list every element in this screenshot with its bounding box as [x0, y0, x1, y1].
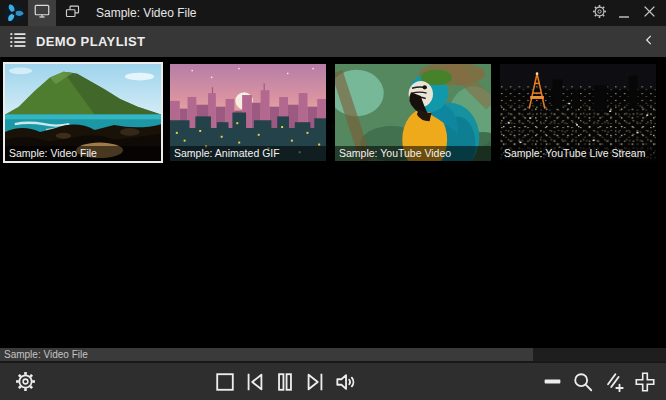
next-icon: [304, 371, 326, 393]
playlist-item-video-file[interactable]: Sample: Video File: [3, 62, 163, 163]
stop-button[interactable]: [214, 371, 236, 393]
add-button[interactable]: [634, 371, 656, 393]
zoom-out-button[interactable]: [542, 371, 563, 392]
video-display-area: [0, 163, 666, 348]
window-title: Sample: Video File: [96, 6, 197, 20]
minimize-button[interactable]: [615, 2, 633, 24]
playlist-item-youtube-live-stream[interactable]: Sample: YouTube Live Stream: [498, 62, 658, 163]
thumbnail-strip: Sample: Video File: [0, 57, 666, 163]
tab-display[interactable]: [28, 0, 56, 26]
titlebar: Sample: Video File: [0, 0, 666, 26]
zoom-controls: [542, 371, 656, 393]
duplicate-windows-icon: [64, 3, 81, 24]
previous-icon: [244, 371, 266, 393]
previous-button[interactable]: [244, 371, 266, 393]
volume-button[interactable]: [334, 371, 359, 393]
settings-button[interactable]: [15, 371, 36, 392]
magnifier-icon: [572, 371, 594, 393]
seek-bar[interactable]: Sample: Video File: [0, 348, 666, 361]
collapse-playlist-button[interactable]: [642, 32, 656, 52]
playlist-header: DEMO PLAYLIST: [0, 26, 666, 57]
close-icon: [643, 4, 656, 22]
plus-icon: [634, 371, 656, 393]
pause-button[interactable]: [274, 371, 296, 393]
next-button[interactable]: [304, 371, 326, 393]
playlist-title: DEMO PLAYLIST: [36, 34, 145, 49]
app-window: Sample: Video File: [0, 0, 666, 400]
pause-icon: [274, 371, 296, 393]
zoom-search-button[interactable]: [572, 371, 594, 393]
thumbnail-caption: Sample: Video File: [5, 146, 161, 161]
now-playing-label: Sample: Video File: [4, 348, 88, 361]
wand-plus-icon: [603, 371, 625, 393]
bottom-toolbar: [0, 361, 666, 400]
titlebar-settings-button[interactable]: [590, 2, 608, 24]
thumbnail-caption: Sample: Animated GIF: [170, 146, 326, 161]
stop-icon: [214, 371, 236, 393]
volume-icon: [334, 371, 359, 393]
gear-icon: [592, 4, 607, 23]
thumbnail-caption: Sample: YouTube Live Stream: [500, 146, 656, 161]
playlist-item-youtube-video[interactable]: Sample: YouTube Video: [333, 62, 493, 163]
playlist-item-animated-gif[interactable]: Sample: Animated GIF: [168, 62, 328, 163]
playlist-list-icon[interactable]: [8, 30, 27, 53]
monitor-icon: [33, 2, 51, 24]
tab-duplicate-display[interactable]: [58, 0, 86, 26]
close-button[interactable]: [640, 2, 658, 24]
minus-icon: [542, 371, 563, 392]
playback-controls: [214, 363, 359, 400]
thumbnail-caption: Sample: YouTube Video: [335, 146, 491, 161]
chevron-left-icon: [642, 32, 656, 52]
gear-icon: [15, 371, 36, 392]
minimize-icon: [618, 7, 630, 25]
add-link-button[interactable]: [603, 371, 625, 393]
app-logo-icon: [0, 0, 28, 26]
